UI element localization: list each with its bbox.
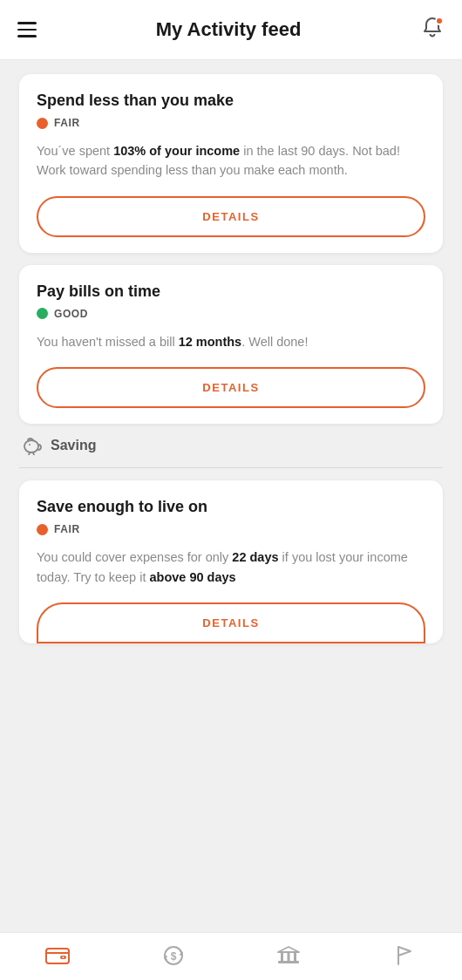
pay-bills-status-label: GOOD bbox=[54, 308, 88, 320]
saving-section-header: Saving bbox=[21, 436, 443, 455]
pay-bills-title: Pay bills on time bbox=[37, 282, 425, 301]
nav-item-bank[interactable] bbox=[275, 943, 302, 968]
saving-section-divider bbox=[19, 467, 443, 468]
spend-less-body-bold: 103% of your income bbox=[113, 144, 240, 158]
notification-dot bbox=[435, 17, 444, 25]
piggy-bank-icon bbox=[21, 436, 44, 455]
pay-bills-body-plain: You haven't missed a bill bbox=[37, 335, 179, 349]
app-header: My Activity feed bbox=[0, 0, 462, 60]
spend-less-status-label: FAIR bbox=[54, 117, 80, 129]
svg-rect-10 bbox=[278, 961, 299, 963]
transfer-icon: $ bbox=[160, 943, 187, 968]
main-content: Spend less than you make FAIR You´ve spe… bbox=[0, 60, 462, 657]
svg-point-1 bbox=[29, 444, 31, 446]
notification-bell-button[interactable] bbox=[420, 16, 445, 44]
svg-point-4 bbox=[63, 956, 65, 958]
save-enough-body-plain: You could cover expenses for only bbox=[37, 550, 232, 564]
save-enough-body-bold2: above 90 days bbox=[150, 570, 236, 584]
pay-bills-status-dot bbox=[37, 308, 48, 319]
save-enough-status-dot bbox=[37, 524, 48, 535]
bank-icon bbox=[275, 943, 302, 968]
pay-bills-body-bold: 12 months bbox=[179, 335, 242, 349]
pay-bills-body: You haven't missed a bill 12 months. Wel… bbox=[37, 332, 425, 351]
spend-less-status-dot bbox=[37, 118, 48, 129]
spend-less-title: Spend less than you make bbox=[37, 92, 425, 110]
bottom-nav: $ bbox=[0, 932, 462, 980]
save-enough-status-row: FAIR bbox=[37, 523, 425, 535]
save-enough-status-label: FAIR bbox=[54, 523, 80, 535]
hamburger-menu-icon[interactable] bbox=[17, 22, 37, 37]
spend-less-status-row: FAIR bbox=[37, 117, 425, 129]
nav-item-transfer[interactable]: $ bbox=[160, 943, 187, 968]
flag-icon bbox=[391, 943, 418, 968]
save-enough-details-button[interactable]: DETAILS bbox=[37, 602, 425, 643]
save-enough-body-bold1: 22 days bbox=[232, 550, 278, 564]
save-enough-body: You could cover expenses for only 22 day… bbox=[37, 548, 425, 587]
svg-rect-8 bbox=[288, 952, 290, 961]
spend-less-card: Spend less than you make FAIR You´ve spe… bbox=[19, 74, 443, 253]
nav-item-wallet[interactable] bbox=[44, 943, 71, 968]
spend-less-body: You´ve spent 103% of your income in the … bbox=[37, 141, 425, 180]
save-enough-card: Save enough to live on FAIR You could co… bbox=[19, 480, 443, 643]
spend-less-details-button[interactable]: DETAILS bbox=[37, 196, 425, 237]
svg-rect-9 bbox=[294, 952, 296, 961]
spend-less-body-plain: You´ve spent bbox=[37, 144, 113, 158]
svg-point-0 bbox=[24, 440, 38, 453]
pay-bills-body-suffix: . Well done! bbox=[241, 335, 308, 349]
svg-text:$: $ bbox=[170, 950, 176, 963]
pay-bills-details-button[interactable]: DETAILS bbox=[37, 367, 425, 408]
pay-bills-card: Pay bills on time GOOD You haven't misse… bbox=[19, 265, 443, 424]
pay-bills-status-row: GOOD bbox=[37, 308, 425, 320]
wallet-icon bbox=[44, 943, 71, 968]
saving-section: Saving Save enough to live on FAIR You c… bbox=[19, 436, 443, 643]
nav-item-flag[interactable] bbox=[391, 943, 418, 968]
svg-rect-7 bbox=[281, 952, 283, 961]
saving-section-label: Saving bbox=[51, 438, 96, 453]
page-title: My Activity feed bbox=[156, 18, 302, 41]
save-enough-title: Save enough to live on bbox=[37, 498, 425, 516]
